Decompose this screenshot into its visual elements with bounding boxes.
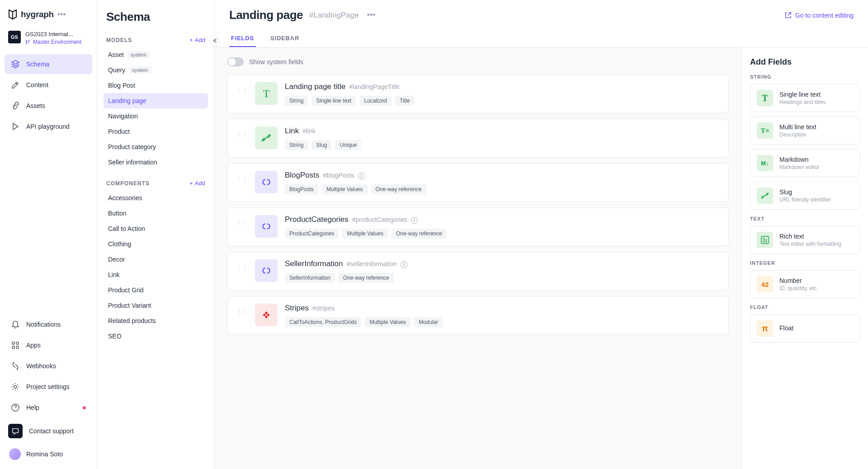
field-type-icon: π [757,320,773,337]
field-type-name: Single line text [779,91,826,98]
model-item[interactable]: Blog Post [104,78,208,93]
model-item[interactable]: Accessories [104,190,208,206]
drag-handle-icon[interactable]: ⋮⋮ [236,131,248,138]
model-item[interactable]: Button [104,206,208,221]
field-type-desc: ID, quantity, etc. [779,285,818,291]
help-icon [11,403,20,412]
field-api-id: #productCategories [352,216,407,223]
drag-handle-icon[interactable]: ⋮⋮ [236,87,248,94]
grid-icon [11,341,20,350]
sidebar-item-schema[interactable]: Schema [5,54,92,74]
nav-label: Webhooks [26,362,56,370]
model-item[interactable]: Navigation [104,108,208,124]
model-item[interactable]: Product Grid [104,282,208,298]
add-model-button[interactable]: + Add [189,37,205,43]
chat-icon [8,424,23,438]
info-icon[interactable]: i [358,173,365,179]
model-item[interactable]: Product category [104,139,208,155]
edit-icon [11,80,20,89]
model-item[interactable]: Querysystem [104,62,208,78]
model-item[interactable]: Product [104,124,208,139]
field-type-icon [757,232,773,248]
svg-rect-5 [12,346,14,348]
schema-panel: Schema MODELS + Add AssetsystemQuerysyst… [97,0,215,469]
drag-handle-icon[interactable]: ⋮⋮ [236,220,248,227]
drag-handle-icon[interactable]: ⋮⋮ [236,175,248,183]
field-card[interactable]: ⋮⋮ Stripes #stripes CallToActions, Produ… [227,296,729,335]
model-item[interactable]: Seller information [104,155,208,170]
nav-label: Project settings [26,383,70,390]
model-item[interactable]: Assetsystem [104,47,208,62]
goto-content-link[interactable]: Go to content editing [785,12,854,19]
field-type-icon: 42 [757,276,773,292]
user-row[interactable]: Romina Soto [5,444,92,460]
svg-point-2 [26,43,27,44]
chip: One-way reference [392,229,447,239]
field-card[interactable]: ⋮⋮ T Landing page title #landingPageTitl… [227,75,729,113]
field-card[interactable]: ⋮⋮ SellerInformation #sellerInformation … [227,252,729,291]
model-item[interactable]: Landing page [104,93,208,108]
logo-menu-icon[interactable]: ••• [57,10,66,19]
sidebar-item-project-settings[interactable]: Project settings [5,377,92,397]
model-item[interactable]: Related products [104,313,208,328]
add-field-type-card[interactable]: π Float [750,314,860,342]
sidebar-item-contact-support[interactable]: Contact support [5,418,92,444]
user-name: Romina Soto [26,450,63,458]
model-item[interactable]: SEO [104,328,208,344]
add-field-type-card[interactable]: T≡ Multi line text Description [750,117,860,145]
field-name: SellerInformation [285,259,343,268]
add-field-type-card[interactable]: 42 Number ID, quantity, etc. [750,270,860,298]
field-name: BlogPosts [285,171,320,180]
collapse-panel-button[interactable] [209,35,220,46]
field-card[interactable]: ⋮⋮ BlogPosts #blogPosts i BlogPostsMulti… [227,163,729,202]
system-fields-toggle[interactable] [227,57,244,66]
sidebar-item-api-playground[interactable]: API playground [5,117,92,136]
components-list: AccessoriesButtonCall to ActionClothingD… [104,190,208,344]
model-item[interactable]: Clothing [104,236,208,252]
field-name: Landing page title [285,82,345,91]
tab-sidebar[interactable]: SIDEBAR [269,30,301,47]
model-label: Landing page [108,97,146,104]
drag-handle-icon[interactable]: ⋮⋮ [236,264,248,271]
chip: Modular [414,317,443,327]
field-card[interactable]: ⋮⋮ ProductCategories #productCategories … [227,207,729,246]
add-field-type-card[interactable]: T Single line text Headings and titles [750,84,860,112]
tab-fields[interactable]: FIELDS [229,30,256,47]
info-icon[interactable]: i [411,217,418,224]
sidebar-item-apps[interactable]: Apps [5,335,92,355]
sidebar-item-webhooks[interactable]: Webhooks [5,356,92,376]
model-label: Decor [108,256,125,263]
add-component-button[interactable]: + Add [189,180,205,187]
field-name: ProductCategories [285,215,349,224]
sidebar-item-assets[interactable]: Assets [5,96,92,116]
model-item[interactable]: Product Variant [104,298,208,313]
sidebar-item-help[interactable]: Help [5,398,92,417]
model-item[interactable]: Link [104,267,208,282]
model-label: Link [108,271,120,278]
model-item[interactable]: Decor [104,252,208,267]
add-field-type-card[interactable]: Rich text Text editor with formatting [750,226,860,254]
project-selector[interactable]: GS GS2023 Internal... Master Environment [5,28,92,52]
system-badge: system [129,66,151,74]
chip: Unique [335,140,361,150]
info-icon[interactable]: i [401,261,407,268]
add-fields-title: Add Fields [750,57,860,67]
field-card[interactable]: ⋮⋮ Link #link StringSlugUnique [227,119,729,158]
model-label: Query [108,66,125,74]
field-type-icon [255,127,278,149]
model-label: Product Grid [108,286,144,294]
drag-handle-icon[interactable]: ⋮⋮ [236,308,248,315]
logo-text: hygraph [21,9,54,19]
system-badge: system [127,51,150,58]
field-type-name: Multi line text [779,123,816,131]
field-type-desc: URL friendly identifier [779,197,831,203]
sidebar-item-content[interactable]: Content [5,75,92,95]
chip: Multiple Values [322,184,367,194]
page-menu-icon[interactable]: ••• [365,9,377,22]
chip: Multiple Values [342,229,387,239]
model-item[interactable]: Call to Action [104,221,208,236]
main-nav: SchemaContentAssetsAPI playground [5,54,92,136]
sidebar-item-notifications[interactable]: Notifications [5,314,92,334]
add-field-type-card[interactable]: M↓ Markdown Markdown editor [750,149,860,177]
add-field-type-card[interactable]: Slug URL friendly identifier [750,182,860,210]
